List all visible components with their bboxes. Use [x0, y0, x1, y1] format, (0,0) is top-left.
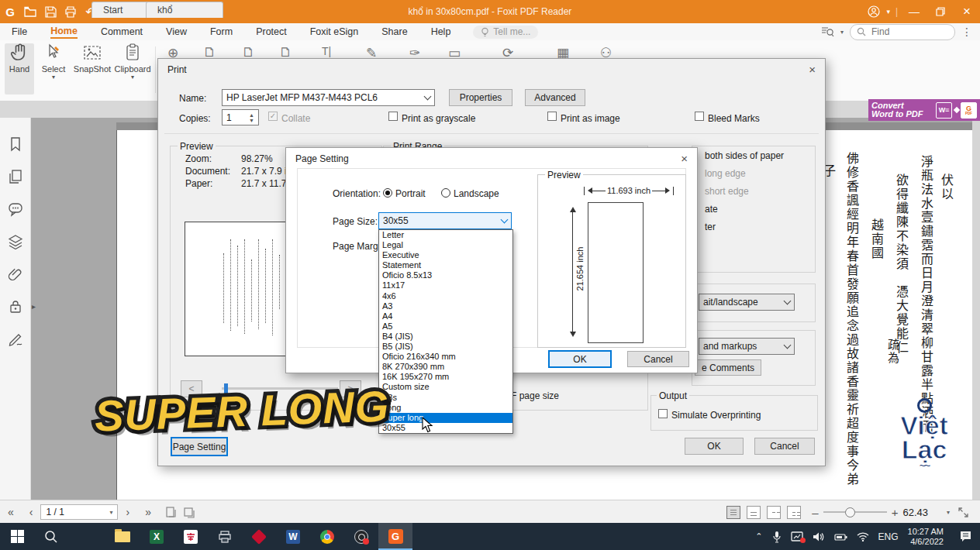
page-size-option[interactable]: Legal [379, 240, 512, 250]
zoom-out-button[interactable]: – [812, 506, 818, 519]
search-options-icon[interactable] [821, 26, 834, 37]
fit-page-icon[interactable] [165, 506, 177, 518]
edit-text-icon[interactable]: T| [322, 45, 331, 57]
more-options-icon[interactable]: ⋮ [961, 26, 972, 38]
signature-icon[interactable] [8, 332, 23, 347]
taskbar-fax-printer-app[interactable] [208, 523, 242, 550]
copies-stepper[interactable]: 1 ▲▼ [222, 109, 259, 125]
zoom-slider-handle[interactable] [845, 507, 855, 517]
zoom-percent-caret[interactable]: ▾ [947, 509, 950, 516]
page-size-option[interactable]: B5 (JIS) [379, 342, 512, 352]
page-size-option[interactable]: Letter [379, 230, 512, 240]
page-size-select[interactable]: 30x55 [378, 212, 512, 229]
find-input[interactable] [870, 26, 943, 38]
menu-item[interactable]: File [0, 23, 39, 40]
close-button[interactable]: × [954, 0, 980, 23]
continuous-view-icon[interactable] [747, 506, 761, 519]
advanced-button[interactable]: Advanced [525, 89, 585, 106]
vertical-scrollbar[interactable] [972, 118, 980, 500]
menu-item[interactable]: View [154, 23, 198, 40]
menu-item[interactable]: Share [370, 23, 419, 40]
taskbar-diamond-app[interactable] [242, 523, 276, 550]
open-file-icon[interactable] [20, 3, 40, 20]
start-button[interactable] [0, 523, 34, 550]
minimize-button[interactable]: — [901, 0, 927, 23]
page-setting-cancel-button[interactable]: Cancel [627, 351, 689, 367]
page-size-option[interactable]: Custom size [379, 382, 512, 392]
auto-portrait-landscape-select[interactable]: ait/landscape [699, 294, 795, 311]
page-size-option[interactable]: B4 (JIS) [379, 332, 512, 342]
bleed-marks-checkbox[interactable] [695, 112, 704, 121]
battery-icon[interactable] [834, 532, 847, 541]
menu-item[interactable]: Help [419, 23, 463, 40]
next-page-button[interactable]: › [118, 506, 137, 518]
continuous-facing-view-icon[interactable] [787, 506, 801, 519]
zoom-in-button[interactable]: + [892, 506, 899, 519]
properties-button[interactable]: Properties [449, 89, 512, 106]
account-icon[interactable] [864, 3, 884, 20]
search-options-caret[interactable]: ▾ [840, 29, 844, 36]
menu-item[interactable]: Home [39, 23, 89, 40]
page-size-option[interactable]: 4x6 [379, 291, 512, 301]
speaker-icon[interactable] [813, 531, 825, 542]
prev-page-button[interactable]: ‹ [22, 506, 41, 518]
taskbar-excel[interactable]: X [140, 523, 174, 550]
bookmarks-icon[interactable] [8, 136, 23, 152]
page-setting-close-icon[interactable]: × [681, 152, 688, 165]
print-dialog-close-icon[interactable]: × [809, 63, 816, 76]
taskbar-foxit-active[interactable]: G [378, 523, 412, 550]
menu-item[interactable]: Protect [244, 23, 298, 40]
stepper-arrows-icon[interactable]: ▲▼ [249, 112, 254, 123]
page-size-option[interactable]: A3 [379, 301, 512, 311]
page-size-option[interactable]: Statement [379, 260, 512, 270]
taskbar-obs[interactable] [344, 523, 378, 550]
taskbar-search-button[interactable] [34, 523, 68, 550]
taskbar-chrome[interactable] [310, 523, 344, 550]
menu-item[interactable]: Comment [89, 23, 154, 40]
grayscale-checkbox[interactable] [388, 112, 398, 121]
facing-view-icon[interactable] [767, 506, 781, 519]
page-size-option[interactable]: 11x17 [379, 280, 512, 290]
menu-item[interactable]: Form [198, 23, 244, 40]
document-markups-select[interactable]: and markups [699, 338, 795, 355]
account-caret[interactable]: ▾ [885, 3, 892, 20]
snapshot-tool-button[interactable]: SnapShot [73, 43, 112, 95]
pages-icon[interactable] [8, 169, 23, 184]
language-indicator[interactable]: ENG [878, 531, 899, 542]
page-size-option[interactable]: Long [379, 403, 512, 413]
landscape-radio[interactable] [441, 188, 450, 198]
microphone-icon[interactable] [772, 531, 782, 543]
page-size-option[interactable]: Super long [379, 413, 512, 423]
fit-width-icon[interactable] [183, 506, 195, 518]
taskbar-file-explorer[interactable] [105, 523, 140, 550]
page-setting-button[interactable]: Page Setting [171, 438, 227, 455]
clipboard-tool-caret[interactable]: ▾ [131, 76, 134, 79]
page-number-caret[interactable]: ▾ [109, 509, 112, 516]
select-tool-caret[interactable]: ▾ [52, 76, 55, 79]
single-page-view-icon[interactable] [726, 506, 740, 519]
convert-word-to-pdf-banner[interactable]: Convert Word to PDF W≡ G PDF [868, 99, 980, 121]
security-icon[interactable] [8, 299, 23, 315]
print-ok-button[interactable]: OK [685, 438, 744, 455]
comments-icon[interactable] [8, 201, 23, 217]
last-page-button[interactable]: » [137, 506, 159, 518]
collate-checkbox[interactable]: ✓ [268, 112, 278, 121]
zoom-percent-value[interactable]: 62.43 [902, 507, 928, 518]
action-center-icon[interactable] [959, 531, 972, 542]
tell-me-search[interactable]: Tell me... [473, 26, 538, 39]
page-size-option[interactable]: Oficio 216x340 mm [379, 352, 512, 362]
print-as-image-checkbox[interactable] [547, 112, 557, 121]
portrait-radio[interactable] [383, 188, 392, 198]
sidebar-expand-arrow[interactable]: ▸ [32, 302, 36, 311]
page-size-option[interactable]: A4 [379, 311, 512, 321]
page-size-option[interactable]: 16K 195x270 mm [379, 372, 512, 382]
printer-name-select[interactable]: HP LaserJet MFP M437-M443 PCL6 [222, 89, 435, 106]
menu-item[interactable]: Foxit eSign [298, 23, 371, 40]
page-size-option[interactable]: Oficio 8.5x13 [379, 270, 512, 280]
restore-button[interactable] [927, 0, 954, 23]
find-box[interactable] [850, 24, 955, 40]
page-size-option[interactable]: 8K 270x390 mm [379, 362, 512, 372]
clipboard-tool-button[interactable]: Clipboard ▾ [113, 43, 152, 95]
layers-icon[interactable] [8, 234, 23, 249]
save-icon[interactable] [40, 3, 60, 20]
